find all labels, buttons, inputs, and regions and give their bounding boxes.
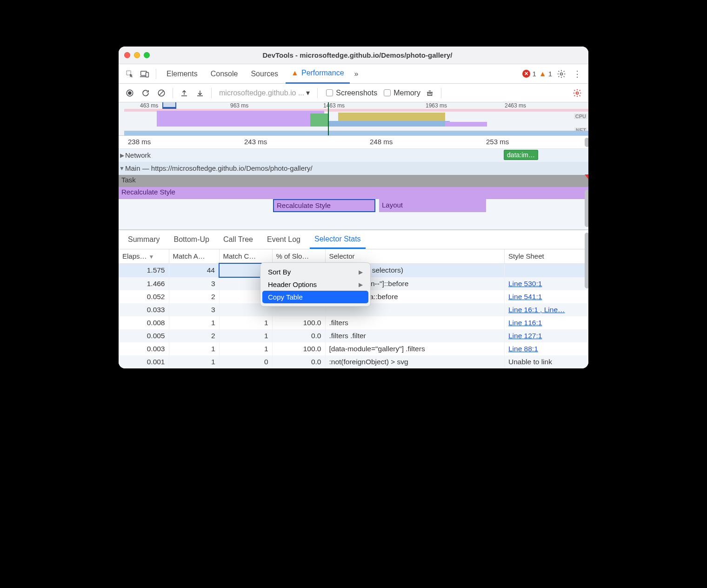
tab-call-tree[interactable]: Call Tree [219,231,258,248]
screenshots-checkbox[interactable]: Screenshots [326,89,377,97]
menu-copy-table[interactable]: Copy Table [262,291,368,303]
playhead-line [328,102,329,135]
more-icon[interactable]: ⋮ [571,67,584,80]
overview-tick: 963 ms [230,102,248,109]
timeline-ruler[interactable]: 238 ms 243 ms 248 ms 253 ms [119,136,588,149]
stylesheet-link[interactable]: Line 116:1 [508,319,542,327]
long-task-marker [585,174,588,179]
tabs-more[interactable]: » [352,64,361,84]
garbage-collect-icon[interactable] [423,87,436,100]
table-row[interactable]: 0.003 1 1 100.0 [data-module="gallery"] … [119,342,588,355]
scrollbar-thumb[interactable] [585,138,588,147]
sort-desc-icon: ▼ [149,254,154,260]
overview-tick: 1463 ms [323,102,345,109]
overview-tick: 2463 ms [505,102,526,109]
tab-selector-stats[interactable]: Selector Stats [310,231,366,249]
selection-bracket[interactable] [162,102,176,109]
ruler-tick: 243 ms [244,138,267,146]
detail-tabs: Summary Bottom-Up Call Tree Event Log Se… [119,230,588,249]
tab-sources[interactable]: Sources [245,64,284,84]
warning-icon: ▲ [291,69,299,77]
ruler-tick: 253 ms [486,138,509,146]
col-stylesheet[interactable]: Style Sheet [505,249,588,263]
tab-performance[interactable]: ▲ Performance [286,64,349,84]
cpu-label: CPU [574,114,587,119]
svg-point-7 [576,92,579,94]
memory-label: Memory [394,89,420,97]
stylesheet-link[interactable]: Line 127:1 [508,332,542,340]
network-label: Network [125,151,151,159]
flame-chart[interactable]: ▶ Network data:im… ▼ Main — https://micr… [119,149,588,230]
col-selector[interactable]: Selector [325,249,505,263]
task-bar[interactable]: Task [119,175,588,187]
network-chip[interactable]: data:im… [504,150,538,160]
table-row[interactable]: 0.001 1 0 0.0 :not(foreignObject) > svg … [119,355,588,368]
warnings-count: 1 [548,70,552,78]
warnings-badge[interactable]: ▲ 1 [539,70,552,78]
overview-timeline[interactable]: 463 ms 963 ms 1463 ms 1963 ms 2463 ms CP… [119,102,588,136]
tab-elements[interactable]: Elements [161,64,203,84]
track-row: Recalculate Style Layout [119,199,588,213]
table-row[interactable]: 0.008 1 1 100.0 .filters Line 116:1 [119,316,588,329]
inspect-icon[interactable] [123,67,136,80]
col-elapsed[interactable]: Elaps…▼ [119,249,169,263]
devtools-window: DevTools - microsoftedge.github.io/Demos… [119,47,588,368]
net-graph [124,131,588,135]
expand-icon[interactable]: ▶ [119,152,125,159]
network-track[interactable]: ▶ Network data:im… [119,149,588,162]
issue-badges: ✕ 1 ▲ 1 ⋮ [522,67,584,80]
tab-summary[interactable]: Summary [123,231,164,248]
record-icon[interactable] [123,87,136,100]
errors-count: 1 [532,70,536,78]
close-window-button[interactable] [124,52,130,58]
checkbox-icon [326,89,333,96]
context-menu: Sort By ▶ Header Options ▶ Copy Table [260,262,371,307]
ruler-tick: 238 ms [128,138,151,146]
track-spacer [119,213,588,230]
recalc-style-bar[interactable]: Recalculate Style [119,187,588,199]
overview-tick: 1963 ms [426,102,447,109]
target-selector[interactable]: microsoftedge.github.io ... ▾ [216,87,313,98]
cpu-graph: CPU NET [124,109,588,127]
tab-performance-label: Performance [301,69,344,77]
tab-event-log[interactable]: Event Log [262,231,305,248]
tab-console[interactable]: Console [205,64,244,84]
scrollbar-thumb[interactable] [585,233,588,288]
selector-stats-table-wrap: Elaps…▼ Match A… Match C… % of Slo… Sele… [119,249,588,368]
col-match-count[interactable]: Match C… [219,249,272,263]
collapse-icon[interactable]: ▼ [119,165,125,172]
col-pct-slow[interactable]: % of Slo… [272,249,325,263]
svg-point-5 [128,92,131,94]
stylesheet-link[interactable]: Line 530:1 [508,280,542,287]
menu-sort-by[interactable]: Sort By ▶ [262,266,368,278]
settings-icon[interactable] [555,67,568,80]
performance-toolbar: microsoftedge.github.io ... ▾ Screenshot… [119,84,588,102]
download-icon[interactable] [193,87,207,100]
recalc-style-selected[interactable]: Recalculate Style [273,199,375,212]
capture-settings-icon[interactable] [571,87,584,100]
main-label: Main — https://microsoftedge.github.io/D… [125,164,313,172]
table-header-row: Elaps…▼ Match A… Match C… % of Slo… Sele… [119,249,588,263]
svg-rect-2 [146,72,149,77]
overview-tick: 463 ms [140,102,158,109]
stylesheet-link[interactable]: Line 16:1 , Line… [508,306,565,314]
stylesheet-link[interactable]: Line 88:1 [508,345,538,353]
target-label: microsoftedge.github.io ... [219,89,304,97]
titlebar: DevTools - microsoftedge.github.io/Demos… [119,47,588,64]
chevron-right-icon: ▶ [359,281,363,288]
main-track-header[interactable]: ▼ Main — https://microsoftedge.github.io… [119,162,588,175]
main-tabs: Elements Console Sources ▲ Performance »… [119,64,588,84]
device-toolbar-icon[interactable] [138,67,151,80]
upload-icon[interactable] [178,87,191,100]
scrollbar-thumb[interactable] [585,190,588,227]
clear-icon[interactable] [155,87,168,100]
reload-icon[interactable] [139,87,152,100]
layout-bar[interactable]: Layout [379,199,486,212]
memory-checkbox[interactable]: Memory [384,89,420,97]
stylesheet-link[interactable]: Line 541:1 [508,293,542,301]
tab-bottom-up[interactable]: Bottom-Up [169,231,213,248]
errors-badge[interactable]: ✕ 1 [522,70,536,78]
menu-header-options[interactable]: Header Options ▶ [262,278,368,291]
col-match-attempts[interactable]: Match A… [169,249,219,263]
table-row[interactable]: 0.005 2 1 0.0 .filters .filter Line 127:… [119,329,588,342]
